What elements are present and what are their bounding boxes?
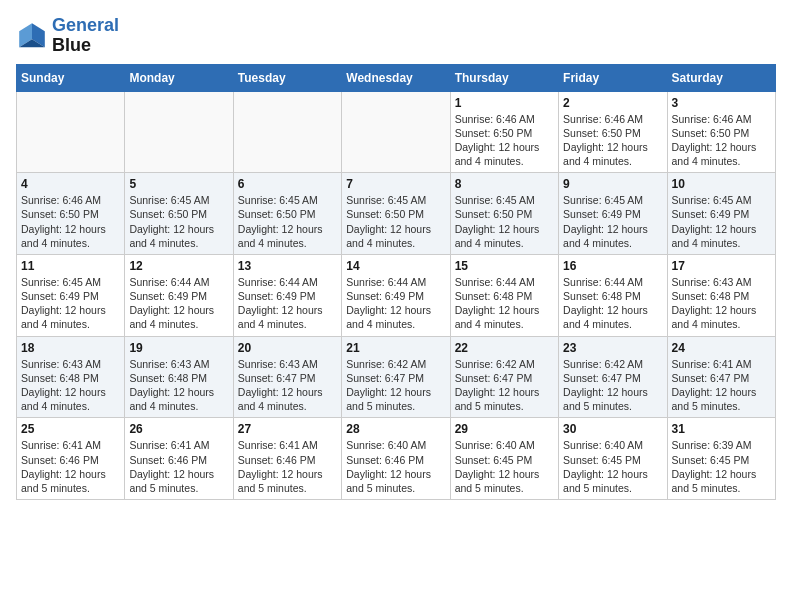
calendar-cell: 26Sunrise: 6:41 AM Sunset: 6:46 PM Dayli… xyxy=(125,418,233,500)
calendar-cell: 15Sunrise: 6:44 AM Sunset: 6:48 PM Dayli… xyxy=(450,254,558,336)
calendar-cell: 21Sunrise: 6:42 AM Sunset: 6:47 PM Dayli… xyxy=(342,336,450,418)
day-number: 16 xyxy=(563,259,662,273)
calendar-cell: 9Sunrise: 6:45 AM Sunset: 6:49 PM Daylig… xyxy=(559,173,667,255)
day-number: 5 xyxy=(129,177,228,191)
day-number: 8 xyxy=(455,177,554,191)
day-number: 17 xyxy=(672,259,771,273)
day-number: 22 xyxy=(455,341,554,355)
day-info: Sunrise: 6:45 AM Sunset: 6:49 PM Dayligh… xyxy=(21,275,120,332)
calendar-cell: 14Sunrise: 6:44 AM Sunset: 6:49 PM Dayli… xyxy=(342,254,450,336)
calendar-cell: 22Sunrise: 6:42 AM Sunset: 6:47 PM Dayli… xyxy=(450,336,558,418)
day-info: Sunrise: 6:46 AM Sunset: 6:50 PM Dayligh… xyxy=(21,193,120,250)
day-info: Sunrise: 6:42 AM Sunset: 6:47 PM Dayligh… xyxy=(455,357,554,414)
day-number: 27 xyxy=(238,422,337,436)
day-info: Sunrise: 6:44 AM Sunset: 6:49 PM Dayligh… xyxy=(238,275,337,332)
day-info: Sunrise: 6:41 AM Sunset: 6:46 PM Dayligh… xyxy=(21,438,120,495)
day-number: 14 xyxy=(346,259,445,273)
calendar-cell: 17Sunrise: 6:43 AM Sunset: 6:48 PM Dayli… xyxy=(667,254,775,336)
day-info: Sunrise: 6:46 AM Sunset: 6:50 PM Dayligh… xyxy=(455,112,554,169)
calendar-cell: 23Sunrise: 6:42 AM Sunset: 6:47 PM Dayli… xyxy=(559,336,667,418)
day-info: Sunrise: 6:42 AM Sunset: 6:47 PM Dayligh… xyxy=(563,357,662,414)
day-info: Sunrise: 6:41 AM Sunset: 6:46 PM Dayligh… xyxy=(129,438,228,495)
calendar-week-row: 25Sunrise: 6:41 AM Sunset: 6:46 PM Dayli… xyxy=(17,418,776,500)
day-info: Sunrise: 6:45 AM Sunset: 6:49 PM Dayligh… xyxy=(672,193,771,250)
day-number: 15 xyxy=(455,259,554,273)
day-number: 10 xyxy=(672,177,771,191)
day-info: Sunrise: 6:39 AM Sunset: 6:45 PM Dayligh… xyxy=(672,438,771,495)
day-info: Sunrise: 6:46 AM Sunset: 6:50 PM Dayligh… xyxy=(672,112,771,169)
day-info: Sunrise: 6:45 AM Sunset: 6:49 PM Dayligh… xyxy=(563,193,662,250)
calendar-cell: 30Sunrise: 6:40 AM Sunset: 6:45 PM Dayli… xyxy=(559,418,667,500)
day-info: Sunrise: 6:40 AM Sunset: 6:45 PM Dayligh… xyxy=(455,438,554,495)
calendar-cell: 16Sunrise: 6:44 AM Sunset: 6:48 PM Dayli… xyxy=(559,254,667,336)
calendar-cell: 20Sunrise: 6:43 AM Sunset: 6:47 PM Dayli… xyxy=(233,336,341,418)
page-header: General Blue xyxy=(16,16,776,56)
calendar-cell: 6Sunrise: 6:45 AM Sunset: 6:50 PM Daylig… xyxy=(233,173,341,255)
weekday-header: Friday xyxy=(559,64,667,91)
weekday-header: Sunday xyxy=(17,64,125,91)
day-number: 23 xyxy=(563,341,662,355)
day-info: Sunrise: 6:45 AM Sunset: 6:50 PM Dayligh… xyxy=(129,193,228,250)
weekday-header: Tuesday xyxy=(233,64,341,91)
calendar-cell: 5Sunrise: 6:45 AM Sunset: 6:50 PM Daylig… xyxy=(125,173,233,255)
calendar-cell: 11Sunrise: 6:45 AM Sunset: 6:49 PM Dayli… xyxy=(17,254,125,336)
day-number: 24 xyxy=(672,341,771,355)
logo-text: General Blue xyxy=(52,16,119,56)
day-number: 21 xyxy=(346,341,445,355)
calendar-week-row: 1Sunrise: 6:46 AM Sunset: 6:50 PM Daylig… xyxy=(17,91,776,173)
day-number: 4 xyxy=(21,177,120,191)
day-number: 28 xyxy=(346,422,445,436)
calendar-week-row: 11Sunrise: 6:45 AM Sunset: 6:49 PM Dayli… xyxy=(17,254,776,336)
weekday-header: Thursday xyxy=(450,64,558,91)
weekday-header: Saturday xyxy=(667,64,775,91)
calendar-cell: 29Sunrise: 6:40 AM Sunset: 6:45 PM Dayli… xyxy=(450,418,558,500)
day-info: Sunrise: 6:46 AM Sunset: 6:50 PM Dayligh… xyxy=(563,112,662,169)
calendar-cell: 10Sunrise: 6:45 AM Sunset: 6:49 PM Dayli… xyxy=(667,173,775,255)
logo-icon xyxy=(16,20,48,52)
day-number: 9 xyxy=(563,177,662,191)
day-info: Sunrise: 6:43 AM Sunset: 6:47 PM Dayligh… xyxy=(238,357,337,414)
calendar-cell xyxy=(125,91,233,173)
day-info: Sunrise: 6:40 AM Sunset: 6:45 PM Dayligh… xyxy=(563,438,662,495)
calendar-cell: 2Sunrise: 6:46 AM Sunset: 6:50 PM Daylig… xyxy=(559,91,667,173)
day-number: 12 xyxy=(129,259,228,273)
calendar-table: SundayMondayTuesdayWednesdayThursdayFrid… xyxy=(16,64,776,500)
day-number: 30 xyxy=(563,422,662,436)
calendar-cell: 7Sunrise: 6:45 AM Sunset: 6:50 PM Daylig… xyxy=(342,173,450,255)
day-info: Sunrise: 6:41 AM Sunset: 6:46 PM Dayligh… xyxy=(238,438,337,495)
day-info: Sunrise: 6:45 AM Sunset: 6:50 PM Dayligh… xyxy=(238,193,337,250)
day-number: 1 xyxy=(455,96,554,110)
day-number: 11 xyxy=(21,259,120,273)
day-info: Sunrise: 6:40 AM Sunset: 6:46 PM Dayligh… xyxy=(346,438,445,495)
day-number: 18 xyxy=(21,341,120,355)
weekday-header-row: SundayMondayTuesdayWednesdayThursdayFrid… xyxy=(17,64,776,91)
day-number: 29 xyxy=(455,422,554,436)
day-info: Sunrise: 6:43 AM Sunset: 6:48 PM Dayligh… xyxy=(672,275,771,332)
day-number: 20 xyxy=(238,341,337,355)
day-number: 7 xyxy=(346,177,445,191)
calendar-cell: 1Sunrise: 6:46 AM Sunset: 6:50 PM Daylig… xyxy=(450,91,558,173)
day-info: Sunrise: 6:45 AM Sunset: 6:50 PM Dayligh… xyxy=(455,193,554,250)
day-info: Sunrise: 6:44 AM Sunset: 6:48 PM Dayligh… xyxy=(455,275,554,332)
calendar-cell: 25Sunrise: 6:41 AM Sunset: 6:46 PM Dayli… xyxy=(17,418,125,500)
day-number: 19 xyxy=(129,341,228,355)
day-number: 25 xyxy=(21,422,120,436)
day-info: Sunrise: 6:42 AM Sunset: 6:47 PM Dayligh… xyxy=(346,357,445,414)
day-info: Sunrise: 6:45 AM Sunset: 6:50 PM Dayligh… xyxy=(346,193,445,250)
day-number: 3 xyxy=(672,96,771,110)
calendar-cell: 31Sunrise: 6:39 AM Sunset: 6:45 PM Dayli… xyxy=(667,418,775,500)
calendar-cell xyxy=(233,91,341,173)
day-info: Sunrise: 6:44 AM Sunset: 6:49 PM Dayligh… xyxy=(346,275,445,332)
calendar-cell: 18Sunrise: 6:43 AM Sunset: 6:48 PM Dayli… xyxy=(17,336,125,418)
calendar-cell xyxy=(342,91,450,173)
calendar-cell: 19Sunrise: 6:43 AM Sunset: 6:48 PM Dayli… xyxy=(125,336,233,418)
day-info: Sunrise: 6:44 AM Sunset: 6:49 PM Dayligh… xyxy=(129,275,228,332)
day-number: 31 xyxy=(672,422,771,436)
calendar-cell: 3Sunrise: 6:46 AM Sunset: 6:50 PM Daylig… xyxy=(667,91,775,173)
calendar-week-row: 18Sunrise: 6:43 AM Sunset: 6:48 PM Dayli… xyxy=(17,336,776,418)
day-number: 2 xyxy=(563,96,662,110)
calendar-cell: 27Sunrise: 6:41 AM Sunset: 6:46 PM Dayli… xyxy=(233,418,341,500)
logo: General Blue xyxy=(16,16,119,56)
weekday-header: Wednesday xyxy=(342,64,450,91)
calendar-cell: 24Sunrise: 6:41 AM Sunset: 6:47 PM Dayli… xyxy=(667,336,775,418)
